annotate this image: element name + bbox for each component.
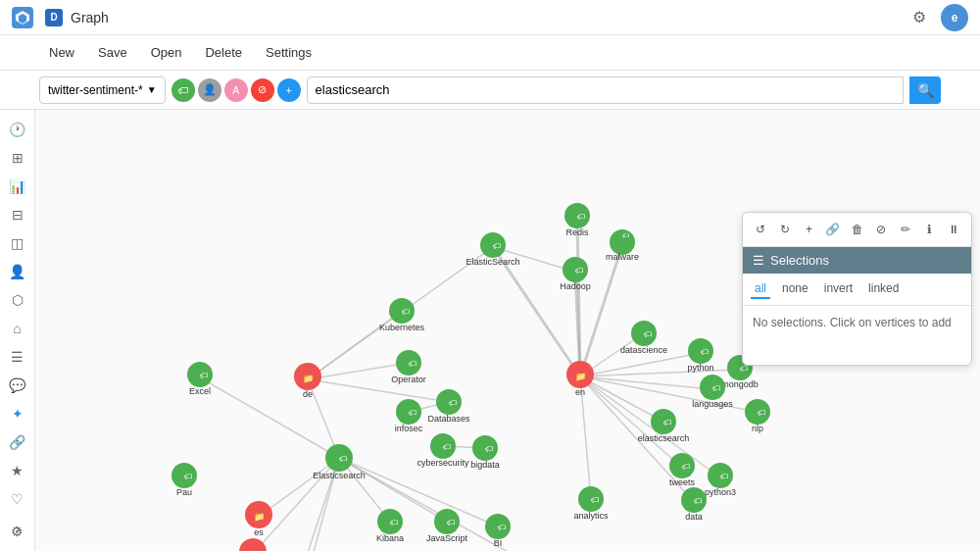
chevron-down-icon: ▼: [147, 84, 157, 95]
filter-block-icon[interactable]: ⊘: [251, 78, 274, 102]
sidebar-clock-icon[interactable]: 🕐: [4, 118, 31, 142]
svg-text:🏷: 🏷: [498, 524, 506, 532]
label-datascience: datascience: [620, 345, 667, 355]
svg-text:🏷: 🏷: [485, 445, 493, 454]
svg-text:🏷: 🏷: [575, 267, 583, 276]
svg-text:📁: 📁: [303, 373, 315, 384]
svg-text:🏷: 🏷: [493, 242, 501, 251]
search-button[interactable]: 🔍: [909, 76, 941, 104]
filter-tag-icon[interactable]: 🏷: [172, 78, 195, 102]
workspace-badge: D: [45, 9, 63, 26]
toolbar: twitter-sentiment-* ▼ 🏷 👤 A ⊘ + 🔍: [0, 71, 980, 110]
add-button[interactable]: +: [799, 219, 819, 240]
label-kubernetes: Kubernetes: [379, 323, 425, 332]
svg-text:🏷: 🏷: [447, 519, 455, 527]
index-dropdown[interactable]: twitter-sentiment-* ▼: [39, 76, 166, 104]
svg-text:📁: 📁: [254, 511, 266, 523]
dropdown-value: twitter-sentiment-*: [48, 83, 143, 97]
menu-settings[interactable]: Settings: [256, 41, 321, 64]
redo-button[interactable]: ↻: [775, 219, 796, 240]
svg-text:🏷: 🏷: [758, 409, 765, 418]
svg-text:🏷: 🏷: [402, 308, 410, 317]
svg-text:🏷: 🏷: [701, 348, 709, 357]
label-tweets: tweets: [669, 477, 696, 487]
label-analytics: analytics: [573, 511, 609, 521]
sidebar-collapse-button[interactable]: ›: [0, 516, 35, 543]
label-bigdata: bigdata: [470, 460, 500, 470]
label-cybersecurity: cybersecurity: [416, 458, 469, 468]
svg-text:🏷: 🏷: [339, 455, 347, 464]
label-bi: BI: [494, 538, 503, 548]
sidebar-user-icon[interactable]: 👤: [4, 260, 31, 284]
settings-button[interactable]: ⚙: [906, 4, 933, 31]
label-excel: Excel: [189, 386, 211, 396]
sidebar-graph-icon[interactable]: ✦: [4, 401, 31, 426]
label-infosec: infosec: [395, 424, 423, 433]
filter-text-icon[interactable]: A: [224, 78, 248, 102]
filter-add-icon[interactable]: +: [277, 78, 301, 102]
menubar: New Save Open Delete Settings: [0, 35, 980, 71]
tab-linked[interactable]: linked: [864, 279, 903, 299]
app-logo: [12, 7, 33, 28]
svg-text:🏷: 🏷: [712, 384, 720, 393]
titlebar: D Graph ⚙ e: [0, 0, 980, 35]
svg-text:🏷: 🏷: [644, 330, 652, 339]
label-de: de: [303, 389, 313, 399]
link-button[interactable]: 🔗: [823, 219, 844, 240]
graph-canvas[interactable]: 🏷 Redis 🏷 malware 🏷 ElasticSearch 🏷 Hado…: [35, 110, 980, 551]
selections-title-icon: ☰: [753, 253, 764, 268]
svg-text:🏷: 🏷: [443, 443, 451, 452]
menu-new[interactable]: New: [39, 41, 84, 64]
sidebar-layers-icon[interactable]: ◫: [4, 231, 31, 256]
tab-all[interactable]: all: [751, 279, 770, 299]
menu-open[interactable]: Open: [141, 41, 192, 64]
main-layout: 🕐 ⊞ 📊 ⊟ ◫ 👤 ⬡ ⌂ ☰ 💬 ✦ 🔗 ★ ♡ ⚙ ›: [0, 110, 980, 551]
tab-none[interactable]: none: [778, 279, 812, 299]
filter-person-icon[interactable]: 👤: [198, 78, 221, 102]
sidebar-dashboard-icon[interactable]: ⊞: [4, 146, 31, 171]
label-hadoop: Hadoop: [560, 281, 591, 291]
label-languages: languages: [692, 399, 733, 409]
svg-text:🏷: 🏷: [720, 473, 728, 481]
search-input[interactable]: [307, 76, 904, 104]
sidebar: 🕐 ⊞ 📊 ⊟ ◫ 👤 ⬡ ⌂ ☰ 💬 ✦ 🔗 ★ ♡ ⚙ ›: [0, 110, 35, 551]
svg-text:🏷: 🏷: [740, 365, 748, 374]
sidebar-table-icon[interactable]: ⊟: [4, 203, 31, 227]
svg-text:🏷: 🏷: [200, 372, 208, 380]
label-kibana: Kibana: [376, 533, 404, 543]
label-javascript: JavaScript: [426, 533, 468, 543]
label-python: python: [687, 363, 713, 373]
app-title: Graph: [71, 10, 109, 25]
svg-text:🏷: 🏷: [184, 473, 192, 481]
label-mongodb: mongodb: [721, 379, 759, 389]
svg-text:🏷: 🏷: [682, 463, 690, 472]
sidebar-chart-icon[interactable]: 📊: [4, 175, 31, 199]
selections-toolbar: ↺ ↻ + 🔗 🗑 ⊘ ✏ ℹ ⏸: [743, 213, 971, 247]
sidebar-list-icon[interactable]: ☰: [4, 345, 31, 370]
block-button[interactable]: ⊘: [871, 219, 892, 240]
tab-invert[interactable]: invert: [820, 279, 857, 299]
pause-button[interactable]: ⏸: [944, 219, 964, 240]
selections-tabs: all none invert linked: [743, 274, 971, 306]
svg-text:🏷: 🏷: [591, 496, 599, 505]
label-redis: Redis: [565, 227, 589, 237]
undo-button[interactable]: ↺: [751, 219, 771, 240]
sidebar-home-icon[interactable]: ⌂: [4, 317, 31, 341]
sidebar-heart-icon[interactable]: ♡: [4, 486, 31, 511]
svg-text:📁: 📁: [575, 371, 587, 382]
svg-line-27: [259, 458, 339, 517]
label-data: data: [685, 512, 703, 522]
sidebar-link-icon[interactable]: 🔗: [4, 429, 31, 454]
edit-button[interactable]: ✏: [895, 219, 915, 240]
avatar[interactable]: e: [941, 4, 968, 31]
selections-title-bar: ☰ Selections: [743, 247, 971, 274]
delete-button[interactable]: 🗑: [847, 219, 867, 240]
label-elasticsearch-main: Elasticsearch: [313, 471, 366, 480]
svg-text:🏷: 🏷: [577, 213, 585, 222]
info-button[interactable]: ℹ: [919, 219, 940, 240]
sidebar-star-icon[interactable]: ★: [4, 458, 31, 482]
sidebar-chat-icon[interactable]: 💬: [4, 373, 31, 397]
sidebar-grid-icon[interactable]: ⬡: [4, 288, 31, 313]
menu-save[interactable]: Save: [88, 41, 137, 64]
menu-delete[interactable]: Delete: [195, 41, 252, 64]
